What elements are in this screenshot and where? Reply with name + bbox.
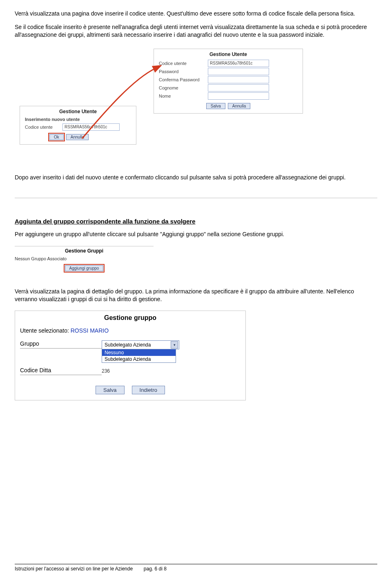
annulla-button[interactable]: Annulla (228, 103, 250, 109)
footer-doc-title: Istruzioni per l'accesso ai servizi on l… (15, 566, 133, 572)
label-codice-ditta: Codice Ditta (20, 367, 102, 375)
aggiungi-gruppo-button[interactable]: Aggiungi gruppo (65, 265, 104, 271)
panel-gestione-utente-insert: Gestione Utente Inserimento nuovo utente… (20, 106, 136, 145)
section-divider (15, 198, 377, 198)
panel-gestione-utente-full: Gestione Utente Codice utente RSSMRAS56u… (154, 49, 303, 114)
utente-selezionato-label: Utente selezionato: (20, 327, 69, 334)
page-footer: Istruzioni per l'accesso ai servizi on l… (15, 564, 377, 572)
input-nome[interactable] (208, 92, 269, 100)
indietro-button[interactable]: Indietro (132, 386, 165, 394)
input-codice-utente-small[interactable]: RSSMRAS56u78h501c (62, 123, 120, 131)
footer-divider (15, 564, 377, 564)
annulla-button-small[interactable]: Annulla (66, 134, 89, 140)
label-codice-utente: Codice utente (159, 61, 208, 66)
ok-button[interactable]: Ok (49, 134, 64, 140)
figure-gestione-utente: Gestione Utente Codice utente RSSMRAS56u… (15, 49, 377, 155)
paragraph-dettaglio-gruppo: Verrà visualizzata la pagina di dettagli… (15, 288, 377, 303)
gruppo-select-value: Subdelegato Azienda (105, 342, 151, 348)
label-password: Password (159, 69, 208, 74)
input-password[interactable] (208, 68, 269, 75)
figure-gestione-gruppi: Gestione Gruppi Nessun Gruppo Associato … (15, 246, 154, 271)
nessun-gruppo-label: Nessun Gruppo Associato (15, 256, 154, 261)
utente-selezionato-value: ROSSI MARIO (71, 327, 109, 334)
paragraph-intro-1: Verrà visualizzata una pagina dove inser… (15, 10, 377, 18)
panel-title: Gestione Utente (159, 51, 298, 57)
panel-title-small: Gestione Utente (25, 109, 131, 114)
footer-page-number: pag. 6 di 8 (144, 566, 167, 572)
paragraph-aggiungi-gruppo: Per aggiungere un gruppo all'utente clic… (15, 230, 377, 238)
panel-subtitle: Inserimento nuovo utente (25, 117, 131, 122)
gruppo-options-list: Nessuno Subdelegato Azienda (102, 349, 176, 363)
salva-gruppo-button[interactable]: Salva (96, 386, 125, 394)
input-cognome[interactable] (208, 84, 269, 92)
gestione-gruppo-title: Gestione gruppo (20, 314, 241, 322)
gruppo-option-subdelegato[interactable]: Subdelegato Azienda (102, 356, 176, 362)
input-codice-utente[interactable]: RSSMRAS56u78h501c (208, 60, 269, 67)
gruppo-option-nessuno[interactable]: Nessuno (102, 349, 176, 356)
paragraph-intro-2: Se il codice fiscale inserito è presente… (15, 23, 377, 39)
heading-aggiunta-gruppo: Aggiunta del gruppo corrispondente alla … (15, 218, 377, 225)
codice-ditta-value: 236 (102, 368, 110, 374)
label-codice-utente-small: Codice utente (25, 125, 62, 130)
salva-button[interactable]: Salva (206, 103, 225, 109)
figure-gestione-gruppo: Gestione gruppo Utente selezionato: ROSS… (15, 311, 246, 400)
chevron-down-icon: ▾ (171, 341, 178, 349)
label-conferma-password: Conferma Password (159, 77, 208, 82)
label-gruppo: Gruppo (20, 340, 102, 349)
gruppo-select[interactable]: Subdelegato Azienda ▾ (102, 340, 179, 349)
paragraph-after-fig1: Dopo aver inserito i dati del nuovo uten… (15, 174, 377, 181)
input-conferma-password[interactable] (208, 76, 269, 83)
label-cognome: Cognome (159, 85, 208, 90)
label-nome: Nome (159, 94, 208, 98)
gestione-gruppi-title: Gestione Gruppi (15, 248, 154, 254)
